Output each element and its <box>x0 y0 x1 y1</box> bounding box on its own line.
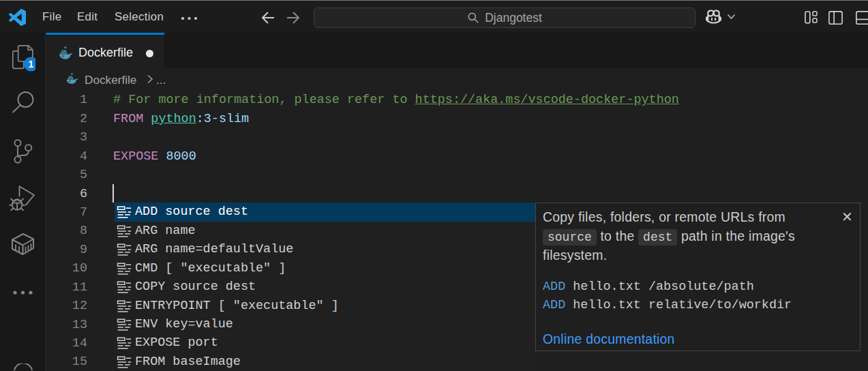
svg-text:1: 1 <box>29 59 34 70</box>
